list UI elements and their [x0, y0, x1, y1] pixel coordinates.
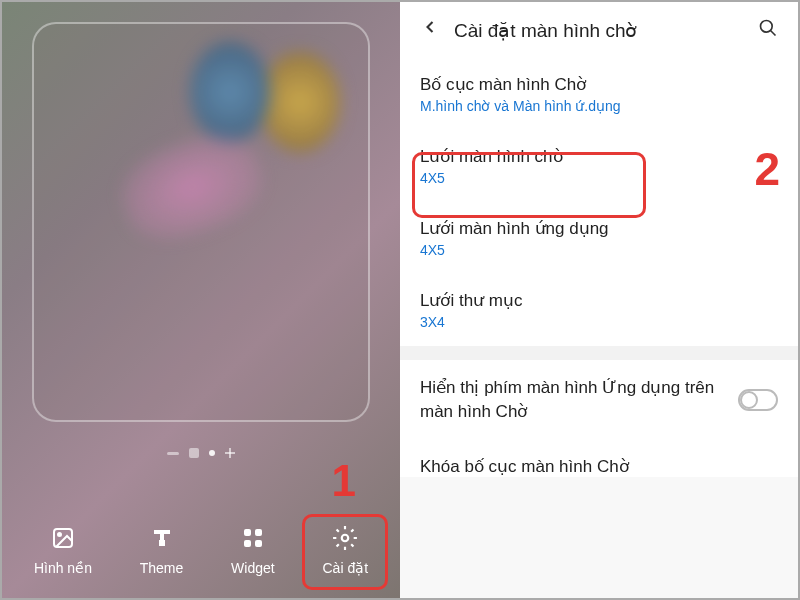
editor-toolbar: Hình nền Theme Widget Cài đặt: [2, 520, 400, 580]
page-title: Cài đặt màn hình chờ: [454, 19, 752, 42]
widget-label: Widget: [231, 560, 275, 576]
svg-point-6: [342, 535, 349, 542]
theme-button[interactable]: Theme: [136, 520, 188, 580]
widget-icon: [239, 524, 267, 552]
brush-icon: [148, 524, 176, 552]
svg-rect-4: [244, 540, 251, 547]
item-title: Bố cục màn hình Chờ: [420, 74, 778, 95]
annotation-number-1: 1: [332, 456, 356, 506]
gear-icon: [331, 524, 359, 552]
home-layout-item[interactable]: Bố cục màn hình Chờ M.hình chờ và Màn hì…: [400, 58, 798, 130]
lock-layout-item[interactable]: Khóa bố cục màn hình Chờ: [400, 440, 798, 477]
wallpaper-button[interactable]: Hình nền: [30, 520, 96, 580]
item-value: 3X4: [420, 314, 778, 330]
apps-button-toggle-item[interactable]: Hiển thị phím màn hình Ứng dụng trên màn…: [400, 360, 798, 440]
item-title: Lưới màn hình chờ: [420, 146, 778, 167]
wallpaper-label: Hình nền: [34, 560, 92, 576]
svg-rect-2: [244, 529, 251, 536]
svg-rect-5: [255, 540, 262, 547]
settings-panel: Cài đặt màn hình chờ Bố cục màn hình Chờ…: [400, 2, 798, 598]
item-value: 4X5: [420, 242, 778, 258]
item-title: Lưới màn hình ứng dụng: [420, 218, 778, 239]
image-icon: [49, 524, 77, 552]
item-title: Lưới thư mục: [420, 290, 778, 311]
home-editor-panel: Hình nền Theme Widget Cài đặt: [2, 2, 400, 598]
widget-button[interactable]: Widget: [227, 520, 279, 580]
item-value: M.hình chờ và Màn hình ứ.dụng: [420, 98, 778, 114]
svg-point-7: [761, 21, 773, 33]
svg-point-1: [58, 533, 61, 536]
search-button[interactable]: [752, 12, 784, 48]
page-indicators: [167, 448, 235, 458]
item-title: Hiển thị phím màn hình Ứng dụng trên màn…: [420, 376, 738, 424]
svg-rect-3: [255, 529, 262, 536]
annotation-number-2: 2: [754, 142, 780, 196]
theme-label: Theme: [140, 560, 184, 576]
divider: [400, 346, 798, 360]
back-button[interactable]: [414, 11, 446, 49]
settings-label: Cài đặt: [322, 560, 368, 576]
apps-grid-item[interactable]: Lưới màn hình ứng dụng 4X5: [400, 202, 798, 274]
toggle-switch[interactable]: [738, 389, 778, 411]
settings-header: Cài đặt màn hình chờ: [400, 2, 798, 58]
item-title: Khóa bố cục màn hình Chờ: [420, 456, 778, 477]
settings-button[interactable]: Cài đặt: [318, 520, 372, 580]
folder-grid-item[interactable]: Lưới thư mục 3X4: [400, 274, 798, 346]
home-screen-preview[interactable]: [32, 22, 370, 422]
home-grid-item[interactable]: Lưới màn hình chờ 4X5: [400, 130, 798, 202]
item-value: 4X5: [420, 170, 778, 186]
